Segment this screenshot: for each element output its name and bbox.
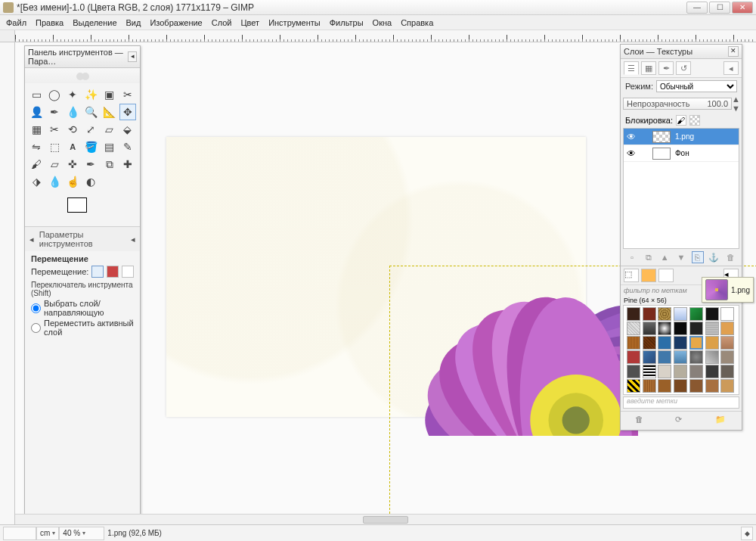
texture-item[interactable] [674,365,687,378]
visibility-icon[interactable]: 👁 [624,148,639,159]
texture-item[interactable] [643,322,656,335]
tool-bucket[interactable]: 🪣 [82,138,99,155]
tool-cage[interactable]: ⬚ [46,138,63,155]
tab-menu-icon[interactable]: ◂ [723,61,739,75]
texture-item[interactable] [627,365,640,378]
texture-item[interactable] [689,350,703,364]
layer-down-icon[interactable]: ▼ [675,251,687,263]
open-folder-icon[interactable]: 📁 [715,415,727,427]
tool-color-picker[interactable]: 💧 [64,104,81,120]
layers-tab-icon[interactable]: ☰ [624,61,639,75]
patterns-tab-icon[interactable] [641,269,656,282]
tool-paths[interactable]: ✒ [46,104,63,120]
texture-item[interactable] [705,322,719,335]
opacity-up-icon[interactable]: ▲ [732,95,739,104]
texture-item[interactable] [720,336,734,350]
menu-help[interactable]: Справка [396,17,438,29]
visibility-icon[interactable]: 👁 [624,132,639,142]
texture-item[interactable] [627,350,640,364]
tool-measure[interactable]: 📐 [101,104,118,120]
texture-item[interactable] [674,336,687,350]
layer-item-1[interactable]: 👁 1.png [624,129,739,145]
menu-edit[interactable]: Правка [31,17,68,29]
paths-tab-icon[interactable]: ✒ [658,61,674,75]
texture-item[interactable] [643,336,656,350]
tool-flip[interactable]: ⇋ [28,138,45,155]
opacity-slider[interactable]: Непрозрачность 100.0 [623,98,732,110]
tool-foreground[interactable]: 👤 [28,104,45,120]
texture-item[interactable] [658,379,671,393]
unit-dropdown[interactable]: cm [36,527,59,540]
move-layer-icon[interactable] [91,266,104,278]
zoom-dropdown[interactable]: 40 % [59,527,104,540]
lock-pixels-icon[interactable]: 🖌 [676,115,686,126]
nav-arrow-icon[interactable]: ◆ [741,527,753,540]
menu-view[interactable]: Вид [122,17,146,29]
menu-filters[interactable]: Фильтры [325,17,368,29]
duplicate-layer-icon[interactable]: ⎘ [692,251,704,263]
refresh-texture-icon[interactable]: ⟳ [675,415,687,427]
tool-rect-select[interactable]: ▭ [28,86,45,103]
tool-zoom[interactable]: 🔍 [82,104,99,120]
delete-texture-icon[interactable]: 🗑 [635,415,647,427]
texture-item[interactable] [720,350,734,364]
texture-item[interactable] [674,307,687,321]
layer-list[interactable]: 👁 1.png 👁 Фон [623,128,739,249]
tool-crop[interactable]: ✂ [46,121,63,138]
texture-item[interactable] [627,307,640,321]
layer-group-icon[interactable]: ⧉ [643,251,655,263]
texture-item[interactable] [705,365,719,378]
new-layer-icon[interactable]: ▫ [626,251,638,263]
minimize-button[interactable]: — [686,2,708,14]
texture-item[interactable] [627,336,640,350]
texture-item[interactable] [658,365,671,378]
texture-item[interactable] [705,307,719,321]
layers-dock-title[interactable]: Слои — Текстуры ✕ [621,45,742,59]
texture-item[interactable] [689,379,703,393]
texture-item-selected[interactable] [689,336,703,350]
layers-dock-close-icon[interactable]: ✕ [728,46,739,57]
texture-item[interactable] [720,322,734,335]
tool-text[interactable]: A [64,138,81,155]
tool-ink[interactable]: ✒ [82,156,99,173]
tool-free-select[interactable]: ✦ [64,86,81,103]
menu-windows[interactable]: Окна [368,17,397,29]
opacity-down-icon[interactable]: ▼ [732,104,739,113]
menu-colors[interactable]: Цвет [236,17,264,29]
texture-item[interactable] [689,307,703,321]
undo-tab-icon[interactable]: ↺ [676,61,691,75]
tool-smudge[interactable]: ☝ [64,173,81,190]
texture-item[interactable] [658,336,671,350]
tool-shear[interactable]: ▱ [101,121,118,138]
texture-item[interactable] [720,307,734,321]
texture-item[interactable] [627,379,640,393]
tool-heal[interactable]: ✚ [119,156,136,173]
tool-clone[interactable]: ⧉ [101,156,118,173]
layer-up-icon[interactable]: ▲ [658,251,671,263]
horizontal-scrollbar[interactable] [15,514,756,524]
move-selection-icon[interactable] [107,266,119,278]
tool-move[interactable]: ✥ [119,104,136,120]
texture-item[interactable] [643,307,656,321]
anchor-layer-icon[interactable]: ⚓ [708,251,720,263]
scrollbar-thumb[interactable] [363,516,408,524]
tool-options-header[interactable]: ◂ Параметры инструментов ◂ [25,226,140,251]
tool-align[interactable]: ▦ [28,121,45,138]
menu-select[interactable]: Выделение [68,17,121,29]
texture-tag-input[interactable]: введите метки [623,396,739,409]
tool-fuzzy-select[interactable]: ✨ [82,86,99,103]
layer-item-2[interactable]: 👁 Фон [624,145,739,162]
toolbox-close-icon[interactable]: ◂ [128,51,137,62]
opt-pick-layer[interactable]: Выбрать слой/направляющую [31,299,134,317]
tool-brush[interactable]: 🖌 [28,156,45,173]
tool-airbrush[interactable]: ✜ [64,156,81,173]
texture-item[interactable] [643,379,656,393]
menu-image[interactable]: Изображение [145,17,206,29]
tool-color-select[interactable]: ▣ [101,86,118,103]
menu-layer[interactable]: Слой [207,17,237,29]
blend-mode-select[interactable]: Обычный [656,80,737,92]
tool-blur[interactable]: 💧 [46,173,63,190]
menu-file[interactable]: Файл [2,17,31,29]
gradients-tab-icon[interactable] [658,269,674,282]
texture-item[interactable] [674,350,687,364]
